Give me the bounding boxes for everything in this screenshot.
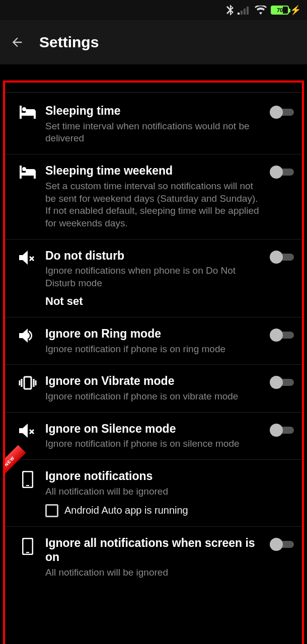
setting-title: Ignore on Silence mode [45,422,260,436]
setting-desc: All notification will be ignored [45,567,260,579]
partial-previous-row [5,83,302,93]
toggle-switch[interactable] [270,107,294,118]
svg-rect-1 [241,11,243,15]
setting-status: Not set [45,295,260,308]
bed-icon [19,106,37,119]
setting-title: Ignore notifications [45,469,260,484]
checkbox-label: Android Auto app is running [64,505,188,516]
setting-ignore-screen-on[interactable]: Ignore all notifications when screen is … [5,527,302,588]
back-icon[interactable] [10,35,24,49]
setting-sleeping-time-weekend[interactable]: Sleeping time weekend Set a custom time … [5,154,302,239]
setting-title: Sleeping time [45,104,260,118]
bed-icon [19,166,37,179]
phone-icon [22,538,33,555]
settings-highlighted-area: Sleeping time Set time interval when not… [3,80,304,644]
bluetooth-icon [226,5,234,16]
setting-sleeping-time[interactable]: Sleeping time Set time interval when not… [5,95,302,154]
status-bar: 70 ⚡ [0,0,307,20]
android-auto-checkbox[interactable] [45,504,58,517]
setting-ignore-silence[interactable]: Ignore on Silence mode Ignore notificati… [5,413,302,460]
setting-title: Do not disturb [45,249,260,263]
setting-title: Sleeping time weekend [45,164,260,178]
speaker-on-icon [19,329,36,343]
svg-rect-6 [26,485,29,486]
setting-desc: Ignore notification if phone is on vibra… [45,390,260,403]
phone-icon [22,471,33,488]
setting-title: Ignore on Ring mode [45,327,260,341]
battery-indicator: 70 ⚡ [271,5,301,16]
setting-desc: Set a custom time interval so notificati… [45,180,260,230]
setting-ignore-vibrate[interactable]: Ignore on Vibrate mode Ignore notificati… [5,365,302,412]
toggle-switch[interactable] [270,377,294,388]
toggle-switch[interactable] [270,330,294,341]
vibrate-icon [19,376,37,390]
toggle-switch[interactable] [270,425,294,436]
charging-icon: ⚡ [290,5,301,16]
setting-title: Ignore all notifications when screen is … [45,536,260,565]
setting-desc: All notification will be ignored [45,486,260,498]
svg-rect-3 [247,7,249,15]
setting-desc: Set time interval when notifications wou… [45,120,260,145]
svg-rect-0 [238,13,240,15]
signal-icon [238,6,251,15]
page-title: Settings [39,34,99,51]
setting-ignore-notifications[interactable]: NEW Ignore notifications All notificatio… [5,460,302,526]
setting-do-not-disturb[interactable]: Do not disturb Ignore notifications when… [5,239,302,317]
svg-rect-4 [24,377,31,389]
setting-ignore-ring[interactable]: Ignore on Ring mode Ignore notification … [5,317,302,365]
svg-rect-2 [244,9,246,15]
setting-desc: Ignore notification if phone is on silen… [45,438,260,450]
svg-rect-8 [26,552,29,553]
setting-desc: Ignore notifications when phone is on Do… [45,265,260,289]
toggle-switch[interactable] [270,539,294,550]
speaker-mute-icon [19,424,36,438]
wifi-icon [255,6,267,15]
battery-level: 70 [272,7,288,13]
app-bar: Settings [0,20,307,64]
setting-desc: Ignore notification if phone is on ring … [45,343,260,356]
speaker-mute-icon [19,251,36,265]
setting-title: Ignore on Vibrate mode [45,374,260,388]
toggle-switch[interactable] [270,252,294,263]
toggle-switch[interactable] [270,167,294,178]
